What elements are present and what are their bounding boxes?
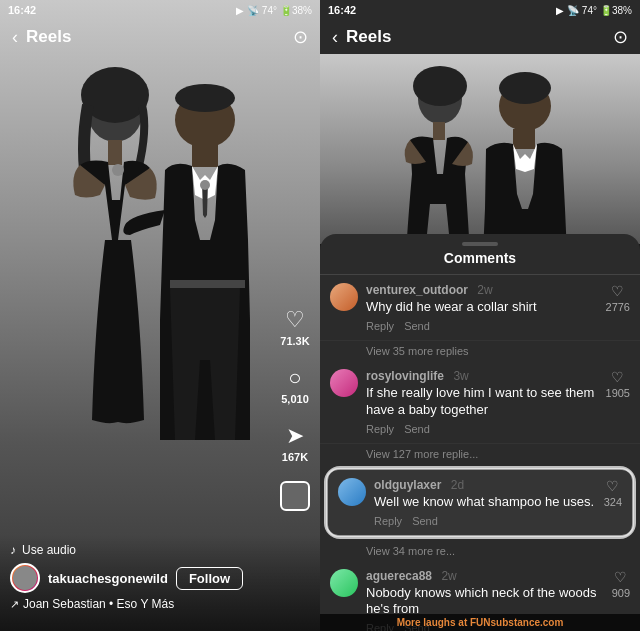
like-count-3: 324 <box>604 496 622 508</box>
comment-username-3: oldguylaxer 2d <box>374 478 596 492</box>
comment-username-2: rosylovinglife 3w <box>366 369 598 383</box>
heart-icon[interactable]: ♡ <box>285 307 305 333</box>
heart-icon-2[interactable]: ♡ <box>611 369 624 385</box>
comment-text-3: Well we know what shampoo he uses. <box>374 494 596 511</box>
like-group-4[interactable]: ♡ 909 <box>612 569 630 599</box>
battery-icon: 🔋38% <box>280 5 312 16</box>
svg-point-4 <box>112 164 124 176</box>
username-label: takuachesgonewild <box>48 571 168 586</box>
left-panel: 16:42 ▶ 📡 74° 🔋38% ‹ Reels ⊙ ♡ 71.3K ○ <box>0 0 320 631</box>
right-camera-icon[interactable]: ⊙ <box>613 26 628 48</box>
right-status-time: 16:42 <box>328 4 356 16</box>
like-count: 71.3K <box>280 335 309 347</box>
r-signal-icon: ▶ <box>556 5 564 16</box>
right-panel: 16:42 ▶ 📡 74° 🔋38% ‹ Reels ⊙ <box>320 0 640 631</box>
status-time: 16:42 <box>8 4 36 16</box>
reels-title: Reels <box>26 27 71 47</box>
left-bottom-overlay: ♪ Use audio takuachesgonewild Follow ↗ J… <box>0 535 320 631</box>
share-count: 167K <box>282 451 308 463</box>
right-video-preview <box>320 54 640 244</box>
comment-item-2: rosylovinglife 3w If she really love him… <box>320 361 640 444</box>
comment-actions-3: Reply Send <box>374 515 596 527</box>
comment-text-1: Why did he wear a collar shirt <box>366 299 598 316</box>
view-more-2[interactable]: View 127 more replie... <box>320 444 640 464</box>
svg-point-9 <box>200 180 210 190</box>
comment-body-1: venturex_outdoor 2w Why did he wear a co… <box>366 283 598 332</box>
status-bar: 16:42 ▶ 📡 74° 🔋38% <box>0 0 320 20</box>
camera-icon[interactable]: ⊙ <box>293 26 308 48</box>
like-group-1[interactable]: ♡ 2776 <box>606 283 630 313</box>
comment-body-2: rosylovinglife 3w If she really love him… <box>366 369 598 435</box>
comment-actions-2: Reply Send <box>366 423 598 435</box>
svg-rect-8 <box>170 280 245 288</box>
reply-btn-2[interactable]: Reply <box>366 423 394 435</box>
arrow-icon: ↗ <box>10 598 19 611</box>
comment-avatar-4 <box>330 569 358 597</box>
like-count-1: 2776 <box>606 301 630 313</box>
heart-icon-4[interactable]: ♡ <box>614 569 627 585</box>
highlighted-comment-item: oldguylaxer 2d Well we know what shampoo… <box>326 468 634 537</box>
use-audio-label: Use audio <box>22 543 76 557</box>
like-count-4: 909 <box>612 587 630 599</box>
like-group-3[interactable]: ♡ 324 <box>604 478 622 508</box>
drag-handle <box>462 242 498 246</box>
video-thumbnail[interactable] <box>280 481 310 511</box>
send-btn-3[interactable]: Send <box>412 515 438 527</box>
comment-username-4: aguereca88 2w <box>366 569 604 583</box>
signal-icon: ▶ <box>236 5 244 16</box>
right-top-bar: ‹ Reels ⊙ <box>320 20 640 54</box>
reply-btn-3[interactable]: Reply <box>374 515 402 527</box>
svg-rect-13 <box>433 122 445 140</box>
right-status-bar: 16:42 ▶ 📡 74° 🔋38% <box>320 0 640 20</box>
wifi-icon: 📡 <box>247 5 259 16</box>
comment-count: 5,010 <box>281 393 309 405</box>
temp-indicator: 74° <box>262 5 277 16</box>
comment-icon[interactable]: ○ <box>288 365 301 391</box>
right-status-icons: ▶ 📡 74° 🔋38% <box>556 5 632 16</box>
right-actions: ♡ 71.3K ○ 5,010 ➤ 167K <box>280 307 310 511</box>
comment-body-3: oldguylaxer 2d Well we know what shampoo… <box>374 478 596 527</box>
right-reels-title: Reels <box>346 27 391 47</box>
like-group[interactable]: ♡ 71.3K <box>280 307 309 347</box>
watermark-brand: FUNsubstance.com <box>470 617 563 628</box>
svg-point-6 <box>175 84 235 112</box>
right-back-icon[interactable]: ‹ <box>332 27 338 48</box>
comment-group[interactable]: ○ 5,010 <box>281 365 309 405</box>
reply-btn-1[interactable]: Reply <box>366 320 394 332</box>
main-container: 16:42 ▶ 📡 74° 🔋38% ‹ Reels ⊙ ♡ 71.3K ○ <box>0 0 640 631</box>
user-avatar[interactable] <box>10 563 40 593</box>
user-row: takuachesgonewild Follow <box>10 563 310 593</box>
comment-avatar-1 <box>330 283 358 311</box>
follow-button[interactable]: Follow <box>176 567 243 590</box>
comment-avatar-2 <box>330 369 358 397</box>
share-group[interactable]: ➤ 167K <box>282 423 308 463</box>
view-more-3[interactable]: View 34 more re... <box>320 541 640 561</box>
svg-rect-7 <box>192 145 218 167</box>
top-bar-left: ‹ Reels <box>12 27 71 48</box>
heart-icon-1[interactable]: ♡ <box>611 283 624 299</box>
svg-rect-16 <box>513 129 535 149</box>
svg-rect-0 <box>30 40 290 520</box>
comment-item: venturex_outdoor 2w Why did he wear a co… <box>320 275 640 341</box>
couple-photo <box>30 40 290 520</box>
music-note-icon: ♪ <box>10 543 16 557</box>
avatar-inner <box>13 566 37 590</box>
like-group-2[interactable]: ♡ 1905 <box>606 369 630 399</box>
send-btn-2[interactable]: Send <box>404 423 430 435</box>
svg-point-12 <box>413 66 467 106</box>
comment-actions-1: Reply Send <box>366 320 598 332</box>
r-wifi-icon: 📡 <box>567 5 579 16</box>
song-row: ↗ Joan Sebastian • Eso Y Más <box>10 597 310 611</box>
watermark-prefix: More laughs at <box>397 617 470 628</box>
heart-icon-3[interactable]: ♡ <box>606 478 619 494</box>
song-label: Joan Sebastian • Eso Y Más <box>23 597 174 611</box>
svg-point-15 <box>499 72 551 104</box>
share-icon[interactable]: ➤ <box>286 423 304 449</box>
back-icon[interactable]: ‹ <box>12 27 18 48</box>
comment-username-1: venturex_outdoor 2w <box>366 283 598 297</box>
comment-text-2: If she really love him I want to see the… <box>366 385 598 419</box>
music-row: ♪ Use audio <box>10 543 310 557</box>
view-more-1[interactable]: View 35 more replies <box>320 341 640 361</box>
send-btn-1[interactable]: Send <box>404 320 430 332</box>
r-battery: 🔋38% <box>600 5 632 16</box>
